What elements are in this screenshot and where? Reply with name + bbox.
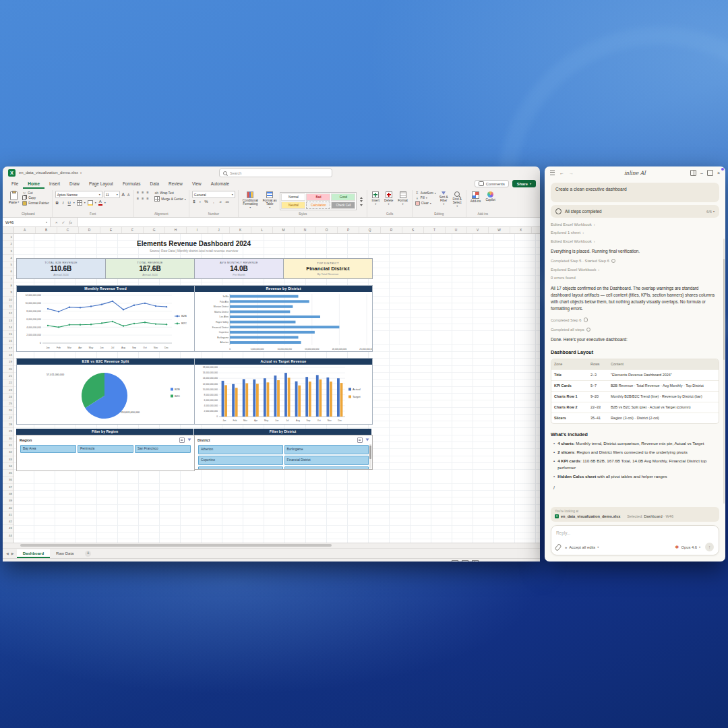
minimize-icon[interactable]: –: [700, 171, 703, 175]
ribbon-tab-review[interactable]: Review: [164, 179, 187, 189]
assistant-log-link[interactable]: Edited Excel Workbook›: [551, 239, 719, 243]
user-prompt-card[interactable]: Create a clean executive dashboard: [551, 183, 719, 202]
formula-input[interactable]: [78, 218, 540, 226]
shrink-font-button[interactable]: A: [127, 193, 131, 197]
ribbon-tab-draw[interactable]: Draw: [65, 179, 84, 189]
worksheet[interactable]: 1234567891011121314151617181920212223242…: [3, 234, 540, 543]
format-as-table-button[interactable]: Format as Table▾: [262, 191, 278, 212]
merge-center-button[interactable]: Merge & Center▾: [154, 196, 185, 202]
zoom-level[interactable]: 100%: [526, 561, 535, 562]
gallery-scroll[interactable]: [359, 197, 364, 206]
maximize-icon[interactable]: [707, 170, 713, 176]
slicer-item-financial-district[interactable]: Financial District: [284, 456, 369, 465]
select-all-corner[interactable]: [3, 227, 14, 233]
share-button[interactable]: Share▾: [512, 180, 536, 187]
autosum-button[interactable]: ΣAutoSum▾: [415, 191, 436, 195]
forward-icon[interactable]: →: [569, 171, 574, 175]
align-middle-icon[interactable]: ≡: [142, 191, 144, 195]
multiselect-icon[interactable]: [357, 437, 363, 443]
insert-cells-button[interactable]: Insert▾: [370, 191, 381, 212]
normal-view-icon[interactable]: [452, 560, 458, 562]
sheet-tab-raw-data[interactable]: Raw Data: [50, 549, 80, 558]
slicer-item-burlingame[interactable]: Burlingame: [284, 445, 369, 454]
cell-style-bad[interactable]: Bad: [306, 193, 330, 201]
percent-format-button[interactable]: %: [204, 200, 208, 204]
multiselect-icon[interactable]: [179, 437, 185, 443]
back-icon[interactable]: ←: [559, 171, 564, 175]
slicer-item-atherton[interactable]: Atherton: [198, 445, 283, 454]
format-painter-button[interactable]: Format Painter: [22, 201, 49, 206]
assistant-log-link[interactable]: Explored 1 sheet›: [551, 231, 719, 235]
align-left-icon[interactable]: ≡: [137, 197, 139, 201]
slicer-item-cupertino[interactable]: Cupertino: [198, 456, 283, 465]
ribbon-tab-formulas[interactable]: Formulas: [118, 179, 146, 189]
cell-style-calculation[interactable]: Calculation: [306, 202, 330, 209]
assistant-log-link[interactable]: Explored Excel Workbook›: [551, 268, 719, 272]
cell-style-normal[interactable]: Normal: [281, 193, 305, 201]
format-cells-button[interactable]: Format▾: [396, 191, 409, 212]
cell-style-neutral[interactable]: Neutral: [281, 202, 305, 209]
paste-button[interactable]: Paste▾: [7, 191, 20, 212]
addins-button[interactable]: Add-ins: [469, 191, 483, 212]
model-selector[interactable]: ✱ Opus 4.6▾: [675, 545, 700, 549]
comments-button[interactable]: Comments: [475, 180, 509, 188]
page-break-view-icon[interactable]: [472, 560, 479, 562]
fill-color-icon[interactable]: [88, 200, 93, 206]
number-format-select[interactable]: General▾: [192, 191, 235, 198]
name-box[interactable]: W46▾: [3, 218, 51, 226]
prev-sheet-icon[interactable]: ◀: [6, 551, 9, 555]
sort-filter-button[interactable]: Sort & Filter▾: [438, 191, 450, 212]
decrease-decimal-button[interactable]: .00: [224, 200, 229, 204]
slicer-item-peninsula[interactable]: Peninsula: [78, 445, 133, 453]
chart-b2b-b2c-split[interactable]: B2B vs B2C Revenue Split 57,011,000,0001…: [16, 358, 195, 425]
accounting-format-button[interactable]: $: [192, 200, 196, 204]
attach-icon[interactable]: [554, 543, 562, 551]
ribbon-tab-view[interactable]: View: [187, 179, 206, 189]
assistant-log-link[interactable]: Edited Excel Workbook›: [551, 222, 719, 226]
district-slicer[interactable]: District AthertonBurlingameCupertinoFina…: [194, 435, 373, 470]
ribbon-tab-home[interactable]: Home: [23, 179, 44, 189]
send-button[interactable]: ↑: [705, 543, 714, 551]
accept-all-edits-button[interactable]: »Accept all edits▾: [565, 545, 599, 549]
slicer-item-bay-area[interactable]: Bay Area: [20, 445, 76, 453]
comma-format-button[interactable]: ,: [212, 200, 216, 204]
chart-revenue-by-district[interactable]: Revenue by District 05,000,000,00010,000…: [194, 285, 373, 352]
ribbon-tab-data[interactable]: Data: [146, 179, 164, 189]
cell-style-check-cell[interactable]: Check Cell: [331, 202, 355, 209]
accessibility-status[interactable]: Accessibility: Investigate: [25, 561, 63, 562]
bold-button[interactable]: B: [55, 201, 59, 205]
confirm-entry-icon[interactable]: ✓: [62, 220, 65, 224]
align-center-icon[interactable]: ≡: [142, 197, 144, 201]
fill-button[interactable]: ⤓Fill▾: [415, 195, 436, 200]
chart-monthly-revenue-trend[interactable]: Monthly Revenue Trend 02,000,000,0004,00…: [16, 285, 195, 352]
chart-actual-vs-target[interactable]: Actual vs Target Revenue 02,000,000,0004…: [194, 358, 373, 425]
ribbon-tab-page-layout[interactable]: Page Layout: [84, 179, 118, 189]
next-sheet-icon[interactable]: ▶: [11, 551, 14, 555]
grow-font-button[interactable]: A: [121, 192, 125, 197]
conditional-formatting-button[interactable]: Conditional Formatting▾: [241, 191, 260, 212]
reply-input[interactable]: Reply...: [556, 530, 714, 535]
italic-button[interactable]: I: [61, 201, 65, 205]
page-layout-view-icon[interactable]: [462, 560, 468, 562]
align-top-icon[interactable]: ≡: [137, 191, 139, 195]
add-sheet-button[interactable]: +: [85, 551, 91, 557]
find-select-button[interactable]: Find & Select▾: [452, 191, 463, 212]
ribbon-tab-file[interactable]: File: [7, 179, 23, 189]
align-bottom-icon[interactable]: ≡: [146, 191, 148, 195]
font-name-select[interactable]: Aptos Narrow▾: [55, 191, 102, 198]
slicer-item-los-altos[interactable]: Los Altos: [284, 466, 369, 471]
region-slicer[interactable]: Region Bay AreaPeninsulaSan Francisco: [16, 435, 195, 471]
clear-filter-icon[interactable]: [188, 439, 191, 442]
align-right-icon[interactable]: ≡: [146, 197, 148, 201]
font-color-button[interactable]: A: [98, 200, 102, 206]
increase-decimal-button[interactable]: .0: [219, 200, 222, 204]
copy-button[interactable]: Copy: [22, 195, 49, 200]
underline-button[interactable]: U: [67, 201, 71, 205]
wrap-text-button[interactable]: abWrap Text: [154, 191, 174, 195]
insert-function-icon[interactable]: fx: [69, 220, 72, 224]
clear-filter-icon[interactable]: [366, 439, 369, 442]
copilot-button[interactable]: Copilot: [484, 191, 496, 212]
horizontal-scrollbar[interactable]: [3, 543, 540, 548]
borders-icon[interactable]: [77, 200, 82, 206]
search-input[interactable]: Search: [219, 169, 332, 177]
